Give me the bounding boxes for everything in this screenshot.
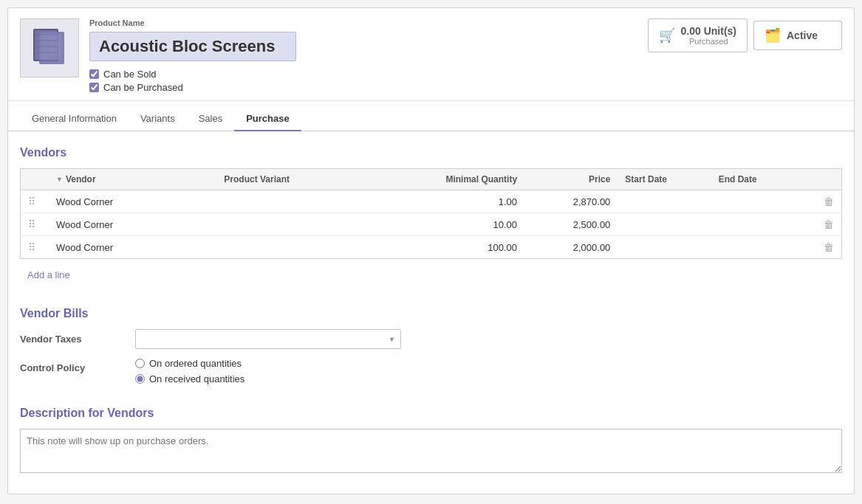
vendor-taxes-select-wrapper bbox=[135, 329, 401, 349]
sort-arrow-icon: ▼ bbox=[56, 176, 63, 183]
th-vendor: ▼ Vendor bbox=[49, 169, 216, 190]
control-policy-row: Control Policy On ordered quantities On … bbox=[20, 358, 842, 384]
vendor-cell: Wood Corner bbox=[49, 236, 216, 259]
product-form: Product Name Acoustic Bloc Screens Can b… bbox=[7, 7, 855, 494]
vendor-cell: Wood Corner bbox=[49, 190, 216, 213]
product-checkboxes: Can be Sold Can be Purchased bbox=[89, 69, 296, 93]
units-purchased-button[interactable]: 🛒 0.00 Unit(s) Purchased bbox=[648, 18, 748, 52]
control-policy-radio-group: On ordered quantities On received quanti… bbox=[135, 358, 401, 384]
can-be-purchased-label: Can be Purchased bbox=[103, 82, 183, 93]
control-policy-label: Control Policy bbox=[20, 358, 123, 373]
description-section: Description for Vendors bbox=[20, 407, 842, 475]
status-button[interactable]: 🗂️ Active bbox=[753, 21, 842, 50]
th-start-date: Start Date bbox=[618, 169, 711, 190]
vendor-bills-title: Vendor Bills bbox=[20, 307, 842, 320]
variant-cell bbox=[216, 213, 384, 236]
drag-handle-cell: ⠿ bbox=[21, 236, 49, 259]
th-variant: Product Variant bbox=[216, 169, 384, 190]
min-qty-cell: 1.00 bbox=[385, 190, 524, 213]
drag-handle-cell: ⠿ bbox=[21, 190, 49, 213]
vendor-bills-section: Vendor Bills Vendor Taxes Control Policy bbox=[20, 307, 842, 384]
vendor-taxes-field bbox=[135, 329, 401, 349]
product-header-left: Product Name Acoustic Bloc Screens Can b… bbox=[20, 18, 296, 93]
th-min-qty: Minimal Quantity bbox=[385, 169, 524, 190]
delete-row-button[interactable]: 🗑 bbox=[804, 213, 842, 236]
radio-ordered-label: On ordered quantities bbox=[149, 358, 242, 369]
radio-received-label: On received quantities bbox=[149, 373, 244, 384]
purchased-label: Purchased bbox=[681, 37, 736, 46]
vendors-section: Vendors ▼ Vendor Product Variant Minimal… bbox=[20, 146, 842, 285]
header-actions: 🛒 0.00 Unit(s) Purchased 🗂️ Active bbox=[648, 18, 842, 52]
tab-content-purchase: Vendors ▼ Vendor Product Variant Minimal… bbox=[8, 131, 854, 490]
radio-ordered-quantities[interactable]: On ordered quantities bbox=[135, 358, 401, 369]
table-header-row: ▼ Vendor Product Variant Minimal Quantit… bbox=[21, 169, 842, 190]
vendor-cell: Wood Corner bbox=[49, 213, 216, 236]
end-date-cell bbox=[711, 190, 804, 213]
price-cell: 2,870.00 bbox=[524, 190, 618, 213]
th-drag bbox=[21, 169, 49, 190]
status-icon: 🗂️ bbox=[764, 27, 781, 44]
can-be-purchased-checkbox[interactable] bbox=[89, 83, 99, 92]
cart-icon: 🛒 bbox=[659, 27, 675, 44]
vendor-taxes-row: Vendor Taxes bbox=[20, 329, 842, 349]
min-qty-cell: 10.00 bbox=[385, 213, 524, 236]
tab-general-information[interactable]: General Information bbox=[20, 107, 129, 131]
th-action bbox=[804, 169, 842, 190]
end-date-cell bbox=[711, 213, 804, 236]
delete-row-button[interactable]: 🗑 bbox=[804, 236, 842, 259]
drag-handle-icon[interactable]: ⠿ bbox=[28, 241, 35, 253]
tab-purchase[interactable]: Purchase bbox=[234, 107, 301, 131]
table-row: ⠿ Wood Corner 100.00 2,000.00 🗑 bbox=[21, 236, 842, 259]
drag-handle-icon[interactable]: ⠿ bbox=[28, 218, 35, 230]
table-row: ⠿ Wood Corner 10.00 2,500.00 🗑 bbox=[21, 213, 842, 236]
vendor-taxes-select[interactable] bbox=[135, 329, 401, 349]
radio-ordered-input[interactable] bbox=[135, 359, 145, 368]
tab-sales[interactable]: Sales bbox=[187, 107, 235, 131]
price-cell: 2,500.00 bbox=[524, 213, 618, 236]
add-line-button[interactable]: Add a line bbox=[20, 265, 78, 285]
tabs-bar: General Information Variants Sales Purch… bbox=[8, 107, 854, 131]
description-section-title: Description for Vendors bbox=[20, 407, 842, 420]
product-name-label: Product Name bbox=[89, 18, 296, 27]
units-purchased-text: 0.00 Unit(s) Purchased bbox=[681, 25, 736, 46]
table-row: ⠿ Wood Corner 1.00 2,870.00 🗑 bbox=[21, 190, 842, 213]
description-textarea[interactable] bbox=[20, 429, 842, 473]
vendor-taxes-label: Vendor Taxes bbox=[20, 329, 123, 345]
control-policy-field: On ordered quantities On received quanti… bbox=[135, 358, 401, 384]
can-be-sold-checkbox[interactable] bbox=[89, 69, 99, 79]
radio-received-quantities[interactable]: On received quantities bbox=[135, 373, 401, 384]
th-end-date: End Date bbox=[711, 169, 804, 190]
product-image bbox=[20, 18, 79, 77]
delete-row-button[interactable]: 🗑 bbox=[804, 190, 842, 213]
units-amount: 0.00 Unit(s) bbox=[681, 25, 736, 37]
radio-received-input[interactable] bbox=[135, 374, 145, 384]
can-be-purchased-row[interactable]: Can be Purchased bbox=[89, 82, 296, 93]
start-date-cell bbox=[618, 236, 711, 259]
start-date-cell bbox=[618, 190, 711, 213]
product-name-value[interactable]: Acoustic Bloc Screens bbox=[89, 32, 296, 61]
product-info: Product Name Acoustic Bloc Screens Can b… bbox=[89, 18, 296, 93]
start-date-cell bbox=[618, 213, 711, 236]
drag-handle-cell: ⠿ bbox=[21, 213, 49, 236]
drag-handle-icon[interactable]: ⠿ bbox=[28, 196, 35, 207]
variant-cell bbox=[216, 190, 384, 213]
vendors-section-title: Vendors bbox=[20, 146, 842, 159]
th-price: Price bbox=[524, 169, 618, 190]
end-date-cell bbox=[711, 236, 804, 259]
can-be-sold-label: Can be Sold bbox=[103, 69, 157, 80]
can-be-sold-row[interactable]: Can be Sold bbox=[89, 69, 296, 80]
status-label: Active bbox=[787, 30, 818, 41]
vendors-table: ▼ Vendor Product Variant Minimal Quantit… bbox=[20, 168, 842, 259]
price-cell: 2,000.00 bbox=[524, 236, 618, 259]
tab-variants[interactable]: Variants bbox=[129, 107, 187, 131]
product-header: Product Name Acoustic Bloc Screens Can b… bbox=[8, 8, 854, 101]
variant-cell bbox=[216, 236, 384, 259]
min-qty-cell: 100.00 bbox=[385, 236, 524, 259]
